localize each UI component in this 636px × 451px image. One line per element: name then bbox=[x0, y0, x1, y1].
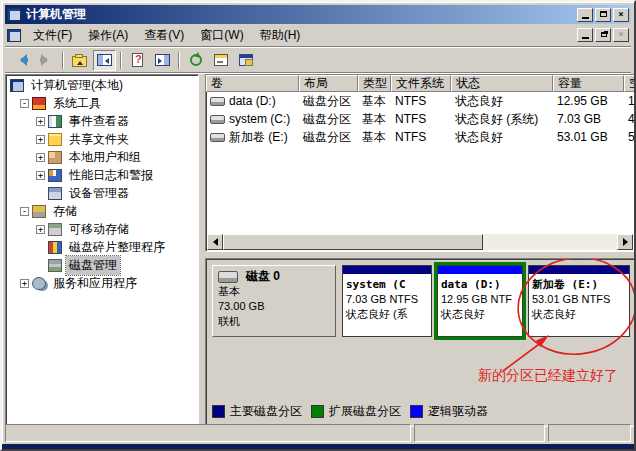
disk-status: 联机 bbox=[218, 314, 330, 329]
computer-management-icon bbox=[7, 8, 21, 21]
export-list-button[interactable] bbox=[209, 50, 232, 71]
status-section bbox=[5, 424, 411, 442]
properties-help-button[interactable] bbox=[126, 50, 149, 71]
volume-row-system-c[interactable]: system (C:) 磁盘分区 基本 NTFS 状态良好 (系统) 7.03 … bbox=[206, 110, 635, 128]
volume-capacity: 7.03 GB bbox=[553, 112, 624, 126]
maximize-button[interactable] bbox=[595, 8, 611, 22]
volume-row-data-d[interactable]: data (D:) 磁盘分区 基本 NTFS 状态良好 12.95 GB 12 bbox=[206, 92, 635, 110]
back-icon bbox=[14, 54, 29, 66]
menu-action[interactable]: 操作(A) bbox=[80, 24, 136, 47]
collapse-toggle[interactable]: - bbox=[20, 99, 29, 108]
titlebar[interactable]: 计算机管理 × bbox=[5, 5, 631, 24]
volume-name: system (C:) bbox=[229, 112, 290, 126]
partition-system-c[interactable]: system (C 7.03 GB NTFS 状态良好 (系 bbox=[342, 265, 432, 337]
computer-management-window: 计算机管理 × 文件(F) 操作(A) 查看(V) 窗口(W) 帮助(H) × bbox=[0, 0, 636, 451]
partition-title: 新加卷 (E:) bbox=[532, 277, 626, 292]
tree-item-disk-defragmenter[interactable]: 磁盘碎片整理程序 bbox=[6, 238, 198, 256]
volume-layout: 磁盘分区 bbox=[299, 111, 358, 128]
extended-partition-legend-swatch bbox=[311, 405, 324, 418]
col-header-type[interactable]: 类型 bbox=[358, 75, 391, 92]
horizontal-scrollbar[interactable] bbox=[207, 234, 633, 250]
performance-logs-icon bbox=[48, 169, 62, 182]
volume-free-space: 12 bbox=[624, 94, 635, 108]
partition-new-volume-e[interactable]: 新加卷 (E:) 53.01 GB NTFS 状态良好 bbox=[528, 265, 630, 337]
partition-data-d[interactable]: data (D:) 12.95 GB NTF 状态良好 bbox=[437, 265, 523, 337]
volume-capacity: 53.01 GB bbox=[553, 130, 624, 144]
tree-item-performance-logs[interactable]: + 性能日志和警报 bbox=[6, 166, 198, 184]
tree-item-computer-management[interactable]: 计算机管理(本地) bbox=[6, 76, 198, 94]
console-window-icon[interactable] bbox=[7, 29, 21, 42]
child-minimize-button[interactable] bbox=[577, 28, 593, 42]
partition-legend: 主要磁盘分区 扩展磁盘分区 逻辑驱动器 bbox=[212, 403, 497, 420]
partition-status: 状态良好 bbox=[441, 307, 519, 322]
menu-file[interactable]: 文件(F) bbox=[25, 24, 80, 47]
back-button[interactable] bbox=[10, 50, 33, 71]
tree-item-label: 设备管理器 bbox=[66, 184, 132, 203]
volume-row-new-volume-e[interactable]: 新加卷 (E:) 磁盘分区 基本 NTFS 状态良好 53.01 GB 52 bbox=[206, 128, 635, 146]
show-console-tree-button[interactable] bbox=[93, 50, 116, 71]
disk-graphical-panel: 磁盘 0 基本 73.00 GB 联机 system (C 7.03 GB NT… bbox=[205, 258, 635, 427]
partition-title: system (C bbox=[346, 277, 428, 292]
up-one-level-button[interactable] bbox=[68, 50, 91, 71]
col-header-status[interactable]: 状态 bbox=[451, 75, 553, 92]
col-header-free-space[interactable]: 空 bbox=[624, 75, 635, 92]
event-viewer-icon bbox=[48, 115, 62, 128]
scrollbar-thumb[interactable] bbox=[223, 234, 483, 250]
folder-up-icon bbox=[72, 56, 87, 67]
volume-free-space: 4. bbox=[624, 112, 635, 126]
tree-item-system-tools[interactable]: - 系统工具 bbox=[6, 94, 198, 112]
toolbar-separator bbox=[120, 52, 122, 69]
tree-item-local-users-groups[interactable]: + 本地用户和组 bbox=[6, 148, 198, 166]
expand-toggle[interactable]: + bbox=[36, 153, 45, 162]
partition-size: 7.03 GB NTFS bbox=[346, 292, 428, 307]
close-button[interactable]: × bbox=[613, 8, 629, 22]
tree-item-event-viewer[interactable]: + 事件查看器 bbox=[6, 112, 198, 130]
tree-item-label: 磁盘管理 bbox=[66, 256, 120, 275]
volume-list-panel: 卷 布局 类型 文件系统 状态 容量 空 data (D:) 磁盘分区 基本 N… bbox=[205, 74, 635, 252]
tree-item-storage[interactable]: - 存储 bbox=[6, 202, 198, 220]
col-header-volume[interactable]: 卷 bbox=[206, 75, 299, 92]
status-section bbox=[548, 424, 631, 442]
volume-filesystem: NTFS bbox=[391, 94, 451, 108]
col-header-capacity[interactable]: 容量 bbox=[553, 75, 624, 92]
expand-toggle[interactable]: + bbox=[20, 279, 29, 288]
scrollbar-track[interactable] bbox=[223, 234, 617, 250]
col-header-layout[interactable]: 布局 bbox=[299, 75, 358, 92]
menu-window[interactable]: 窗口(W) bbox=[192, 24, 251, 47]
collapse-toggle[interactable]: - bbox=[20, 207, 29, 216]
help-button[interactable] bbox=[234, 50, 257, 71]
child-restore-button[interactable] bbox=[595, 28, 611, 42]
forward-icon bbox=[39, 54, 54, 66]
tree-item-shared-folders[interactable]: + 共享文件夹 bbox=[6, 130, 198, 148]
col-header-filesystem[interactable]: 文件系统 bbox=[391, 75, 451, 92]
volume-layout: 磁盘分区 bbox=[299, 129, 358, 146]
tree-item-removable-storage[interactable]: + 可移动存储 bbox=[6, 220, 198, 238]
tree-item-label: 本地用户和组 bbox=[66, 148, 144, 167]
expand-toggle[interactable]: + bbox=[36, 117, 45, 126]
tree-item-services-applications[interactable]: + 服务和应用程序 bbox=[6, 274, 198, 292]
volume-capacity: 12.95 GB bbox=[553, 94, 624, 108]
tree-item-label: 磁盘碎片整理程序 bbox=[66, 238, 168, 257]
disk0-label-box[interactable]: 磁盘 0 基本 73.00 GB 联机 bbox=[212, 265, 336, 337]
window-title: 计算机管理 bbox=[26, 6, 575, 23]
volume-layout: 磁盘分区 bbox=[299, 93, 358, 110]
partition-status: 状态良好 (系 bbox=[346, 307, 428, 322]
show-action-pane-button[interactable] bbox=[151, 50, 174, 71]
tree-item-disk-management[interactable]: 磁盘管理 bbox=[6, 256, 198, 274]
legend-label: 逻辑驱动器 bbox=[428, 403, 488, 420]
refresh-button[interactable] bbox=[184, 50, 207, 71]
removable-storage-icon bbox=[48, 223, 62, 236]
tree-item-device-manager[interactable]: 设备管理器 bbox=[6, 184, 198, 202]
volume-table-header: 卷 布局 类型 文件系统 状态 容量 空 bbox=[206, 75, 635, 92]
menu-help[interactable]: 帮助(H) bbox=[252, 24, 309, 47]
expand-toggle[interactable]: + bbox=[36, 225, 45, 234]
services-icon bbox=[32, 277, 46, 290]
expand-toggle[interactable]: + bbox=[36, 171, 45, 180]
scroll-left-button[interactable] bbox=[207, 234, 223, 250]
tree-item-label: 计算机管理(本地) bbox=[28, 76, 126, 95]
volume-name: 新加卷 (E:) bbox=[229, 129, 288, 146]
minimize-button[interactable] bbox=[577, 8, 593, 22]
menu-view[interactable]: 查看(V) bbox=[136, 24, 192, 47]
scroll-right-button[interactable] bbox=[617, 234, 633, 250]
expand-toggle[interactable]: + bbox=[36, 135, 45, 144]
